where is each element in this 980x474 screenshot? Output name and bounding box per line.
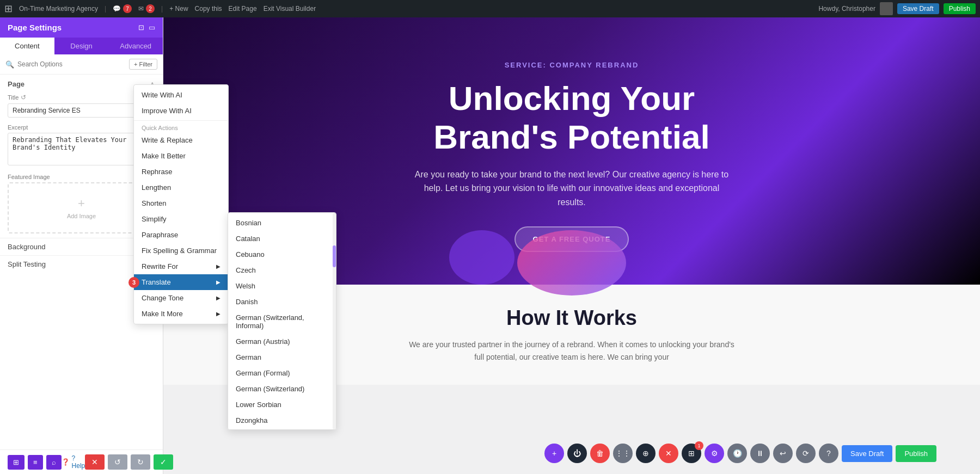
shorten-btn[interactable]: Shorten	[134, 195, 228, 211]
module-grid-btn[interactable]: ⊞	[8, 455, 24, 470]
topbar-publish-btn[interactable]: Publish	[944, 3, 976, 14]
translate-german-sw-informal[interactable]: German (Switzerland, Informal)	[228, 310, 336, 334]
translate-czech[interactable]: Czech	[228, 262, 336, 278]
background-label: Background	[8, 243, 45, 251]
ai-menu: Write With AI Improve With AI Quick Acti…	[133, 84, 229, 324]
translate-german-sw[interactable]: German (Switzerland)	[228, 381, 336, 397]
sidebar-collapse-icon[interactable]: ▭	[149, 23, 155, 32]
hero-title: Unlocking Your Brand's Potential	[185, 79, 958, 157]
change-tone-arrow-icon: ▶	[216, 295, 220, 301]
write-replace-btn[interactable]: Write & Replace	[134, 132, 228, 148]
translate-german-austria[interactable]: German (Austria)	[228, 334, 336, 349]
improve-with-ai-btn[interactable]: Improve With AI	[134, 103, 228, 119]
power-btn[interactable]: ⏻	[567, 444, 587, 463]
delete-btn[interactable]: 🗑	[590, 444, 610, 463]
redo-btn[interactable]: ↻	[131, 454, 150, 470]
sidebar-bottom: ⊞ ≡ ⌕ ❓ ? Help ✕ ↺ ↻ ✓	[0, 450, 163, 474]
how-desc: We are your trusted partner in the journ…	[408, 338, 735, 363]
save-btn[interactable]: ✓	[154, 454, 173, 470]
split-testing-label: Split Testing	[8, 260, 46, 268]
topbar-messages[interactable]: ✉ 2	[138, 4, 155, 13]
undo-btn[interactable]: ↺	[108, 454, 127, 470]
topbar-comments[interactable]: 💬 7	[113, 4, 132, 13]
save-draft-btn[interactable]: Save Draft	[842, 445, 892, 462]
rephrase-btn[interactable]: Rephrase	[134, 164, 228, 180]
tab-advanced[interactable]: Advanced	[108, 38, 163, 54]
translate-bosnian[interactable]: Bosnian	[228, 215, 336, 231]
step-3-badge: 3	[128, 277, 139, 288]
search-input[interactable]	[17, 60, 126, 68]
translate-welsh[interactable]: Welsh	[228, 278, 336, 294]
topbar: ⊞ On-Time Marketing Agency | 💬 7 ✉ 2 | +…	[0, 0, 980, 17]
translate-danish[interactable]: Danish	[228, 294, 336, 310]
translate-menu: Bosnian Catalan Cebuano Czech Welsh Dani…	[228, 212, 336, 430]
help-link[interactable]: ❓ ? Help	[62, 454, 85, 470]
step-1-badge: 1	[695, 441, 703, 450]
drag-btn[interactable]: ⋮⋮	[613, 444, 633, 463]
make-better-btn[interactable]: Make It Better	[134, 148, 228, 164]
publish-btn[interactable]: Publish	[896, 445, 936, 462]
sidebar-header: Page Settings ⊡ ▭	[0, 17, 163, 38]
bottom-actions: ✕ ↺ ↻ ✓	[85, 454, 173, 470]
translate-greek[interactable]: Greek	[228, 428, 336, 430]
extra-btn1[interactable]: ↩	[773, 444, 793, 463]
topbar-sep: |	[105, 5, 106, 13]
translate-german-formal[interactable]: German (Formal)	[228, 365, 336, 381]
exit-builder-btn[interactable]: Exit Visual Builder	[264, 5, 316, 13]
cancel-btn[interactable]: ✕	[85, 454, 105, 470]
comment-icon: 💬	[113, 5, 121, 13]
howdy-text: Howdy, Christopher	[818, 5, 875, 13]
topbar-sep2: |	[161, 5, 163, 13]
translate-arrow-icon: ▶	[216, 279, 220, 285]
module-list-btn[interactable]: ≡	[28, 455, 43, 470]
sidebar-header-icons: ⊡ ▭	[138, 23, 155, 32]
translate-catalan[interactable]: Catalan	[228, 231, 336, 247]
page-toolbar: + ⏻ 🗑 ⋮⋮ ⊕ ✕ ⊞ 1 ⚙ 🕐 ⏸ ↩ ⟳ ? Save Draft …	[544, 444, 936, 463]
sidebar-title: Page Settings	[8, 23, 62, 32]
close-element-btn[interactable]: ✕	[659, 444, 678, 463]
title-reset-icon[interactable]: ↺	[21, 94, 26, 101]
ai-menu-sep1	[134, 120, 228, 121]
copy-btn[interactable]: Copy this	[195, 5, 222, 13]
settings-btn[interactable]: ⚙	[705, 444, 724, 463]
lengthen-btn[interactable]: Lengthen	[134, 180, 228, 195]
avatar	[880, 2, 893, 15]
write-with-ai-btn[interactable]: Write With AI	[134, 87, 228, 103]
translate-dzongkha[interactable]: Dzongkha	[228, 413, 336, 428]
extra-btn2[interactable]: ⟳	[796, 444, 816, 463]
plus-icon: +	[22, 196, 141, 211]
make-it-more-btn[interactable]: Make It More ▶	[134, 306, 228, 322]
fix-spelling-btn[interactable]: Fix Spelling & Grammar	[134, 243, 228, 258]
translate-german[interactable]: German	[228, 349, 336, 365]
simplify-btn[interactable]: Simplify	[134, 211, 228, 227]
hero-description: Are you ready to take your brand to the …	[414, 168, 730, 210]
duplicate-btn[interactable]: ⊞ 1	[682, 444, 701, 463]
pause-btn[interactable]: ⏸	[750, 444, 770, 463]
module-search-btn[interactable]: ⌕	[46, 455, 62, 470]
translate-btn[interactable]: 3 Translate ▶	[134, 274, 228, 290]
rewrite-for-btn[interactable]: Rewrite For ▶	[134, 258, 228, 274]
sidebar-tabs: Content Design Advanced	[0, 38, 163, 54]
wp-logo-icon[interactable]: ⊞	[4, 3, 13, 15]
quick-actions-label: Quick Actions	[134, 122, 228, 132]
tab-design[interactable]: Design	[54, 38, 109, 54]
page-section-title: Page	[8, 80, 24, 88]
extra-btn3[interactable]: ?	[819, 444, 838, 463]
translate-lower-sorbian[interactable]: Lower Sorbian	[228, 397, 336, 413]
clock-btn[interactable]: 🕐	[727, 444, 747, 463]
paraphrase-btn[interactable]: Paraphrase	[134, 227, 228, 243]
tab-content[interactable]: Content	[0, 38, 54, 54]
topbar-save-draft-btn[interactable]: Save Draft	[897, 3, 939, 14]
site-name[interactable]: On-Time Marketing Agency	[19, 5, 98, 13]
search-icon: 🔍	[5, 60, 14, 69]
edit-page-btn[interactable]: Edit Page	[229, 5, 257, 13]
change-tone-btn[interactable]: Change Tone ▶	[134, 290, 228, 306]
filter-btn[interactable]: + Filter	[129, 59, 157, 70]
hero-blob-2	[449, 230, 514, 285]
sidebar-expand-icon[interactable]: ⊡	[138, 23, 144, 32]
copy-element-btn[interactable]: ⊕	[636, 444, 656, 463]
translate-cebuano[interactable]: Cebuano	[228, 247, 336, 262]
sidebar-bottom-left: ⊞ ≡ ⌕	[8, 455, 62, 470]
new-btn[interactable]: + New	[169, 5, 188, 13]
add-module-btn[interactable]: +	[544, 444, 564, 463]
